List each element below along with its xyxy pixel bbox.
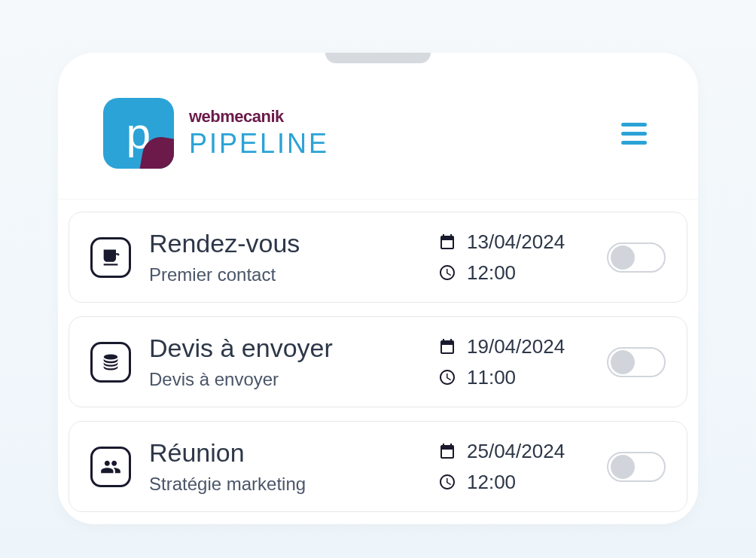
date-row: 19/04/2024: [438, 335, 589, 358]
app-window: p webmecanik PIPELINE Rendez-vous Premie…: [58, 53, 698, 524]
device-notch: [325, 53, 431, 63]
task-content: Rendez-vous Premier contact: [149, 229, 420, 285]
time-row: 12:00: [438, 471, 589, 494]
clock-icon: [438, 473, 456, 491]
task-meta: 13/04/2024 12:00: [438, 230, 589, 285]
task-date: 19/04/2024: [467, 335, 565, 358]
clock-icon: [438, 264, 456, 282]
task-date: 13/04/2024: [467, 230, 565, 254]
time-row: 12:00: [438, 261, 589, 285]
task-subtitle: Premier contact: [149, 264, 420, 285]
menu-icon[interactable]: [615, 117, 653, 151]
toggle-knob: [611, 350, 635, 374]
task-subtitle: Devis à envoyer: [149, 369, 420, 390]
task-toggle[interactable]: [607, 452, 666, 482]
toggle-knob: [611, 455, 635, 479]
date-row: 25/04/2024: [438, 440, 589, 463]
logo-text: webmecanik PIPELINE: [189, 107, 329, 160]
task-meta: 19/04/2024 11:00: [438, 335, 589, 389]
calendar-icon: [438, 233, 456, 251]
task-list: Rendez-vous Premier contact 13/04/2024 1…: [58, 200, 698, 524]
task-title: Rendez-vous: [149, 229, 420, 258]
task-title: Devis à envoyer: [149, 334, 420, 363]
task-content: Devis à envoyer Devis à envoyer: [149, 334, 420, 390]
task-toggle[interactable]: [607, 242, 666, 273]
task-card[interactable]: Réunion Stratégie marketing 25/04/2024 1…: [69, 421, 687, 512]
task-toggle[interactable]: [607, 347, 666, 377]
toggle-knob: [611, 245, 635, 270]
task-time: 12:00: [467, 261, 516, 285]
task-content: Réunion Stratégie marketing: [149, 438, 420, 495]
task-card[interactable]: Rendez-vous Premier contact 13/04/2024 1…: [69, 212, 687, 303]
time-row: 11:00: [438, 366, 589, 389]
calendar-icon: [438, 337, 456, 355]
task-title: Réunion: [149, 438, 420, 468]
task-date: 25/04/2024: [467, 440, 565, 463]
calendar-icon: [438, 442, 456, 460]
task-meta: 25/04/2024 12:00: [438, 440, 589, 494]
coins-icon: [90, 342, 131, 383]
task-card[interactable]: Devis à envoyer Devis à envoyer 19/04/20…: [69, 316, 687, 407]
task-time: 11:00: [467, 366, 516, 389]
logo: p webmecanik PIPELINE: [103, 98, 329, 169]
logo-icon: p: [103, 98, 174, 169]
clock-icon: [438, 368, 456, 386]
product-name: PIPELINE: [189, 128, 329, 160]
date-row: 13/04/2024: [438, 230, 589, 254]
coffee-icon: [90, 237, 131, 278]
brand-name: webmecanik: [189, 107, 329, 127]
app-header: p webmecanik PIPELINE: [58, 53, 698, 200]
svg-point-0: [104, 354, 118, 359]
task-subtitle: Stratégie marketing: [149, 474, 420, 495]
people-icon: [90, 447, 131, 487]
task-time: 12:00: [467, 471, 516, 494]
